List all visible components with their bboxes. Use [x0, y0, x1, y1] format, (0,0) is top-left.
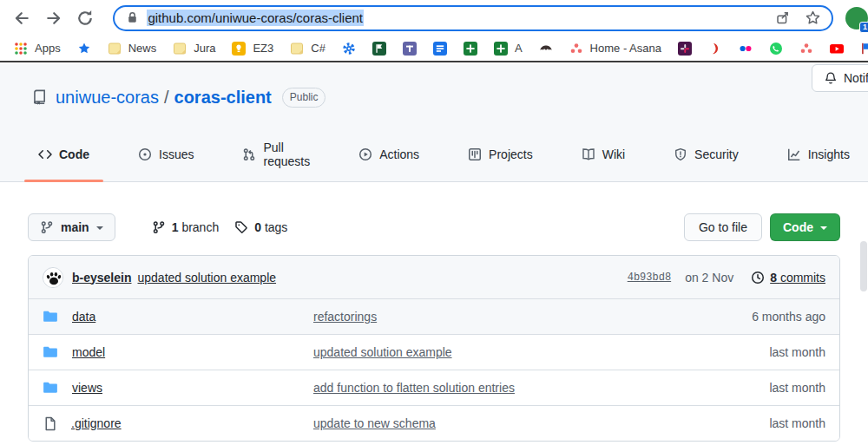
current-branch-label: main: [61, 220, 89, 234]
tab-wiki[interactable]: Wiki: [568, 141, 639, 181]
file-row[interactable]: data refactorings 6 months ago: [29, 298, 839, 334]
branch-selector-button[interactable]: main: [28, 213, 115, 241]
flickr-dots-icon: [739, 42, 753, 56]
url-text[interactable]: github.com/uniwue-coras/coras-client: [147, 10, 364, 26]
scrollbar-thumb[interactable]: [860, 241, 867, 291]
code-button-label: Code: [783, 220, 813, 234]
lock-icon[interactable]: [125, 10, 140, 25]
bookmark-teams-purple[interactable]: [403, 42, 417, 56]
file-row[interactable]: views add function to flatten solution e…: [29, 370, 839, 405]
youtube-red-icon: [830, 42, 844, 56]
tab-code[interactable]: Code: [24, 141, 103, 181]
bookmark-a[interactable]: A: [494, 42, 523, 56]
notifications-button[interactable]: Notif: [812, 64, 868, 92]
bookmark-planner-green[interactable]: [372, 42, 386, 56]
branches-link[interactable]: 1 branch: [152, 220, 220, 234]
commit-word: commits: [780, 271, 825, 285]
commit-hash-link[interactable]: 4b93bd8: [628, 272, 671, 284]
tab-security[interactable]: Security: [660, 141, 753, 181]
bookmark-jura[interactable]: Jura: [173, 42, 215, 56]
planner-green-icon: [372, 42, 386, 56]
repo-icon: [31, 89, 47, 105]
bookmark-bat-dark[interactable]: [539, 42, 553, 56]
bookmark-apps[interactable]: Apps: [14, 42, 61, 56]
visibility-badge: Public: [282, 88, 326, 108]
tag-word: tags: [265, 220, 287, 234]
file-name-link[interactable]: views: [72, 381, 102, 395]
sheets-green-icon: [494, 42, 508, 56]
go-to-file-button[interactable]: Go to file: [684, 213, 762, 241]
commit-message-link[interactable]: updated solution example: [137, 271, 276, 285]
bookmark-news[interactable]: News: [108, 42, 157, 56]
share-icon[interactable]: [775, 10, 791, 26]
bookmark-flag-blue[interactable]: [860, 42, 868, 56]
file-name-link[interactable]: .gitignore: [71, 416, 122, 430]
tab-issues[interactable]: Issues: [124, 141, 207, 181]
back-icon[interactable]: [10, 7, 33, 29]
tab-actions[interactable]: Actions: [345, 141, 433, 181]
browser-navbar: github.com/uniwue-coras/coras-client 1: [0, 0, 868, 36]
file-name-link[interactable]: model: [72, 345, 105, 359]
bookmark-ez3[interactable]: EZ3: [232, 42, 273, 56]
bookmark-flickr-dots[interactable]: [739, 42, 753, 56]
repo-separator: /: [164, 88, 169, 108]
reload-icon[interactable]: [75, 7, 97, 29]
repo-name-link[interactable]: coras-client: [174, 88, 272, 108]
bookmark-star-icon[interactable]: [805, 10, 821, 26]
bookmark-c[interactable]: C#: [290, 42, 326, 56]
url-bar[interactable]: github.com/uniwue-coras/coras-client: [113, 5, 833, 31]
whatsapp-green-icon: [769, 42, 783, 56]
tab-insights[interactable]: Insights: [773, 141, 864, 181]
bookmark-slack-dark[interactable]: [678, 42, 692, 56]
file-name-link[interactable]: data: [72, 310, 95, 324]
bookmark-youtube-red[interactable]: [830, 42, 844, 56]
bookmark-sheets-green[interactable]: [464, 42, 477, 56]
file-row[interactable]: model updated solution example last mont…: [29, 334, 839, 370]
bookmark-gear-blue[interactable]: [342, 42, 356, 56]
repo-content: main 1 branch 0 tags Go to file Code: [0, 213, 868, 442]
profile-avatar[interactable]: 1: [845, 7, 868, 29]
file-date: last month: [687, 416, 825, 430]
commits-link[interactable]: 8 commits: [751, 271, 825, 285]
bookmark-whatsapp-green[interactable]: [769, 42, 783, 56]
repo-owner-link[interactable]: uniwue-coras: [56, 88, 159, 108]
commit-date: on 2 Nov: [685, 271, 733, 285]
folder-icon: [43, 309, 58, 324]
tab-pull-requests[interactable]: Pull requests: [228, 141, 324, 181]
file-row[interactable]: .gitignore update to new schema last mon…: [29, 405, 839, 441]
graph-icon: [787, 147, 801, 161]
pr-icon: [242, 147, 256, 161]
branch-count: 1: [172, 220, 179, 234]
bookmark-star-blue[interactable]: [77, 42, 91, 56]
doc-blue-icon: [433, 42, 447, 56]
file-commit-message-link[interactable]: updated solution example: [313, 345, 687, 359]
file-date: last month: [687, 381, 825, 395]
issue-icon: [138, 147, 152, 161]
commit-author-link[interactable]: b-eyselein: [72, 271, 131, 285]
code-button[interactable]: Code: [770, 213, 840, 241]
bookmark-swoosh-red[interactable]: [708, 42, 722, 56]
file-commit-message-link[interactable]: update to new schema: [313, 416, 687, 430]
forward-icon[interactable]: [43, 7, 65, 29]
profile-badge: 1: [859, 22, 868, 33]
tab-projects[interactable]: Projects: [454, 141, 547, 181]
asana-dots-icon: [799, 42, 813, 56]
commit-count: 8: [770, 271, 777, 285]
commit-author-avatar[interactable]: [43, 267, 63, 288]
branch-icon: [40, 220, 54, 234]
bat-dark-icon: [539, 42, 553, 56]
bookmark-asana-dots[interactable]: [799, 42, 813, 56]
tags-link[interactable]: 0 tags: [234, 220, 287, 234]
repo-title-row: uniwue-coras / coras-client Public Notif: [31, 83, 868, 111]
teams-purple-icon: [403, 42, 417, 56]
file-date: 6 months ago: [687, 310, 825, 324]
branch-icon: [152, 220, 166, 234]
flag-blue-icon: [860, 42, 868, 56]
bookmark-doc-blue[interactable]: [433, 42, 447, 56]
file-commit-message-link[interactable]: refactorings: [313, 310, 687, 324]
keep-icon: [232, 42, 246, 56]
bookmark-home-asana[interactable]: Home - Asana: [569, 42, 661, 56]
browser-chrome: github.com/uniwue-coras/coras-client 1 A…: [0, 0, 868, 62]
file-commit-message-link[interactable]: add function to flatten solution entries: [313, 381, 687, 395]
code-icon: [38, 147, 52, 161]
